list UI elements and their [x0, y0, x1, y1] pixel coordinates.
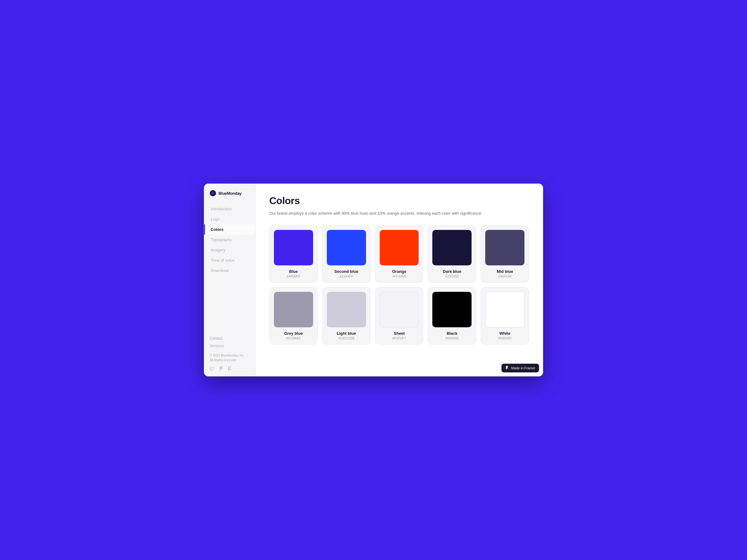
footer-link-versions[interactable]: Versions [210, 343, 250, 349]
color-hex: #000000 [445, 336, 459, 340]
color-hex: #4400FF [287, 274, 300, 278]
sidebar-footer-links: ContactVersions [210, 335, 250, 349]
svg-rect-2 [220, 368, 221, 369]
sidebar-item-logo[interactable]: Logo [204, 214, 255, 224]
colors-row-1: Blue#4400FFSecond blue#2244FFOrange#FF33… [269, 225, 529, 283]
color-hex: #F2F2F7 [392, 336, 406, 340]
main-content: Colors Our brand employs a color scheme … [256, 184, 543, 376]
color-hex: #191439 [445, 274, 459, 278]
app-window: BlueMonday IntroductionLogoColorsTypogra… [204, 184, 543, 376]
sidebar-item-imagery[interactable]: Imagery [204, 245, 255, 255]
logo-icon [210, 190, 216, 196]
color-hex: #464168 [498, 274, 512, 278]
color-hex: #9C9AAC [286, 336, 301, 340]
color-swatch [274, 230, 313, 265]
footer-link-contact[interactable]: Contact [210, 335, 250, 342]
sidebar-item-typography[interactable]: Typography [204, 235, 255, 245]
color-hex: #2244FF [340, 274, 353, 278]
color-card-second-blue: Second blue#2244FF [322, 225, 371, 283]
copyright-text: © 2023 BlueMonday, Inc.All Rights reserv… [210, 353, 250, 363]
color-swatch [432, 292, 471, 327]
svg-point-4 [221, 368, 222, 369]
framer-badge-icon [505, 366, 509, 371]
color-swatch [432, 230, 471, 265]
color-hex: #CECCDB [338, 336, 355, 340]
color-name: Blue [289, 269, 298, 274]
logo-text: BlueMonday [218, 191, 241, 196]
color-card-blue: Blue#4400FF [269, 225, 318, 283]
sidebar-item-introduction[interactable]: Introduction [204, 204, 255, 214]
color-name: Mid blue [497, 269, 513, 274]
color-card-dark-blue: Dark blue#191439 [428, 225, 476, 283]
color-name: Black [447, 331, 458, 336]
framer-badge[interactable]: Made in Framer [501, 364, 539, 372]
sidebar-logo: BlueMonday [204, 190, 255, 204]
page-description: Our brand employs a color scheme with 90… [269, 210, 529, 216]
sidebar-footer: ContactVersions © 2023 BlueMonday, Inc.A… [204, 335, 255, 371]
color-swatch [380, 292, 419, 327]
svg-rect-0 [220, 367, 221, 367]
sidebar-item-colors[interactable]: Colors [204, 224, 255, 235]
color-swatch [485, 230, 524, 265]
color-hex: #FF3300 [392, 274, 406, 278]
color-name: Grey blue [284, 331, 303, 336]
color-swatch [485, 292, 524, 327]
twitter-icon[interactable] [210, 366, 215, 371]
color-card-grey-blue: Grey blue#9C9AAC [269, 287, 318, 345]
framer-icon[interactable] [227, 366, 232, 371]
color-card-sheet: Sheet#F2F2F7 [375, 287, 423, 345]
framer-badge-label: Made in Framer [511, 366, 535, 370]
color-card-black: Black#000000 [428, 287, 476, 345]
svg-rect-1 [221, 367, 222, 367]
color-card-white: White#000000 [481, 287, 529, 345]
color-swatch [274, 292, 313, 327]
social-icons [210, 366, 250, 371]
sidebar-nav: IntroductionLogoColorsTypographyImageryT… [204, 204, 255, 335]
color-name: Dark blue [443, 269, 461, 274]
color-card-mid-blue: Mid blue#464168 [481, 225, 529, 283]
sidebar-item-download[interactable]: Download [204, 265, 255, 276]
color-name: Second blue [334, 269, 358, 274]
color-name: Light blue [337, 331, 356, 336]
color-card-light-blue: Light blue#CECCDB [322, 287, 371, 345]
colors-row-2: Grey blue#9C9AACLight blue#CECCDBSheet#F… [269, 287, 529, 345]
color-hex: #000000 [498, 336, 512, 340]
color-name: Orange [392, 269, 407, 274]
svg-rect-3 [220, 370, 221, 371]
sidebar: BlueMonday IntroductionLogoColorsTypogra… [204, 184, 256, 376]
color-name: Sheet [394, 331, 405, 336]
color-swatch [380, 230, 419, 265]
sidebar-item-tone-of-voice[interactable]: Tone of voice [204, 255, 255, 265]
color-name: White [499, 331, 510, 336]
color-swatch [327, 292, 366, 327]
color-card-orange: Orange#FF3300 [375, 225, 423, 283]
color-swatch [327, 230, 366, 265]
figma-icon[interactable] [218, 366, 224, 371]
page-title: Colors [269, 195, 529, 207]
